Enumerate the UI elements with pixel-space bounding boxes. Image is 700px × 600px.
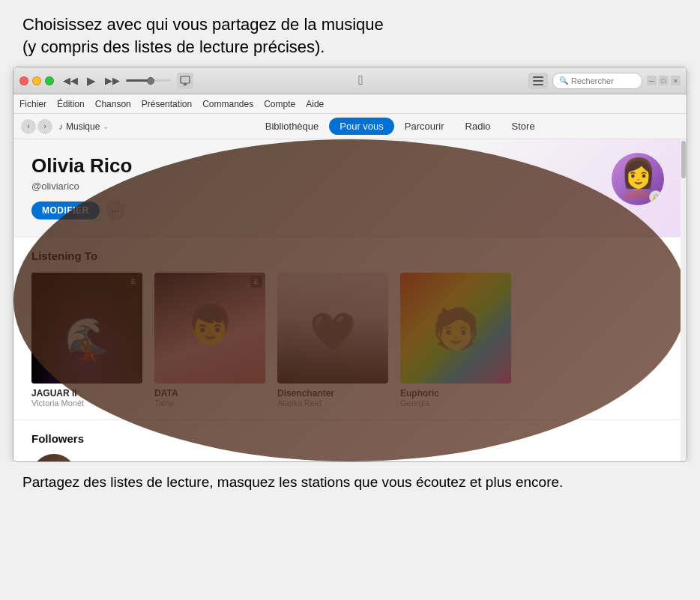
close-wm-button[interactable]: × xyxy=(671,76,681,85)
apple-logo:  xyxy=(358,73,363,88)
content-area: Olivia Rico @oliviarico MODIFIER ··· 🧑‍🦱… xyxy=(13,139,687,461)
tab-store[interactable]: Store xyxy=(501,118,546,135)
nav-forward-button[interactable]: › xyxy=(37,119,52,134)
menu-presentation[interactable]: Présentation xyxy=(142,99,192,109)
transport-controls: ◀◀ ▶ ▶▶ xyxy=(60,73,123,89)
nav-breadcrumb: ♪ Musique ⌄ xyxy=(58,121,109,132)
svg-rect-2 xyxy=(533,76,543,78)
nav-tabs: Bibliothèque Pour vous Parcourir Radio S… xyxy=(121,118,679,135)
tab-bibliotheque[interactable]: Bibliothèque xyxy=(255,118,330,135)
maximize-button[interactable] xyxy=(45,76,54,85)
tab-radio[interactable]: Radio xyxy=(455,118,501,135)
svg-rect-3 xyxy=(533,80,543,82)
rewind-button[interactable]: ◀◀ xyxy=(60,73,81,88)
search-input[interactable] xyxy=(571,76,631,85)
search-icon: 🔍 xyxy=(559,76,568,85)
menu-compte[interactable]: Compte xyxy=(264,99,295,109)
scrollbar[interactable] xyxy=(681,139,687,461)
followers-section: Followers 🧑‍🦱 xyxy=(13,419,687,461)
window-management-buttons: ─ □ × xyxy=(647,76,681,85)
forward-button[interactable]: ▶▶ xyxy=(102,73,123,88)
nav-back-button[interactable]: ‹ xyxy=(21,119,36,134)
tab-parcourir[interactable]: Parcourir xyxy=(394,118,455,135)
title-bar-right: 🔍 ─ □ × xyxy=(528,73,681,89)
breadcrumb-text: Musique xyxy=(66,121,100,132)
volume-slider[interactable] xyxy=(126,79,171,82)
profile-avatar: 🧑‍🦱 👩 🔒 xyxy=(612,153,664,205)
title-bar: ◀◀ ▶ ▶▶  🔍 xyxy=(13,67,687,94)
volume-thumb xyxy=(147,77,154,85)
menu-aide[interactable]: Aide xyxy=(306,99,324,109)
instruction-top: Choisissez avec qui vous partagez de la … xyxy=(0,0,700,67)
list-view-button[interactable] xyxy=(528,73,548,89)
follower-avatar-1[interactable]: 🧑‍🦱 xyxy=(31,454,76,461)
svg-rect-4 xyxy=(533,84,543,85)
search-box[interactable]: 🔍 xyxy=(552,73,642,89)
breadcrumb-arrow-icon: ⌄ xyxy=(103,122,109,130)
menu-bar: Fichier Édition Chanson Présentation Com… xyxy=(13,94,687,114)
menu-chanson[interactable]: Chanson xyxy=(95,99,131,109)
itunes-window: ◀◀ ▶ ▶▶  🔍 xyxy=(13,67,687,462)
minimize-button[interactable] xyxy=(32,76,41,85)
window-controls xyxy=(19,76,54,85)
minimize-wm-button[interactable]: ─ xyxy=(647,76,657,85)
tab-pour-vous[interactable]: Pour vous xyxy=(329,118,394,135)
restore-wm-button[interactable]: □ xyxy=(659,76,669,85)
nav-arrows: ‹ › xyxy=(21,119,52,134)
title-bar-center:  xyxy=(193,73,528,88)
airplay-button[interactable] xyxy=(177,73,193,89)
menu-fichier[interactable]: Fichier xyxy=(19,99,46,109)
svg-rect-0 xyxy=(181,76,190,83)
menu-commandes[interactable]: Commandes xyxy=(202,99,253,109)
instruction-bottom: Partagez des listes de lecture, masquez … xyxy=(0,462,700,508)
menu-edition[interactable]: Édition xyxy=(57,99,85,109)
close-button[interactable] xyxy=(19,76,28,85)
nav-bar: ‹ › ♪ Musique ⌄ Bibliothèque Pour vous P… xyxy=(13,114,687,139)
scrollbar-thumb[interactable] xyxy=(681,141,686,178)
play-button[interactable]: ▶ xyxy=(84,73,99,89)
music-note-icon: ♪ xyxy=(58,121,63,132)
